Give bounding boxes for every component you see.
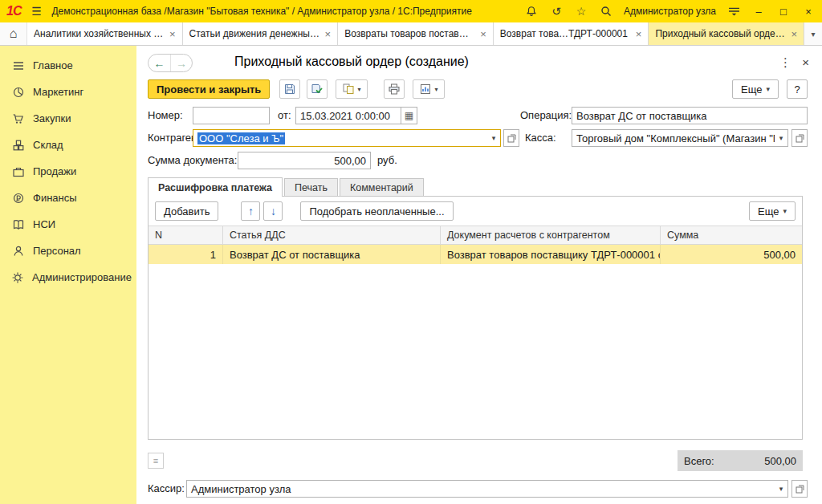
boxes-icon [11,138,25,152]
sidebar-item-label: Закупки [33,112,71,124]
sidebar-item-administration[interactable]: Администрирование [0,264,136,291]
sidebar-item-finance[interactable]: Финансы [0,185,136,211]
tab-close-icon[interactable]: × [636,28,642,40]
table-header: N Статья ДДС Документ расчетов с контраг… [149,226,802,245]
help-label: ? [794,83,800,96]
briefcase-icon [11,165,25,178]
window-title: Демонстрационная база /Магазин "Бытовая … [51,6,472,17]
sidebar-item-nsi[interactable]: НСИ [0,211,136,238]
amount-input[interactable]: 500,00 [238,152,371,169]
search-icon[interactable] [599,4,613,18]
favorites-star-icon[interactable]: ☆ [574,4,588,18]
cashier-dropdown-icon[interactable]: ▾ [775,485,787,493]
amount-value: 500,00 [334,155,366,167]
save-button[interactable] [279,79,300,99]
form-close-icon[interactable]: × [802,55,809,69]
current-user[interactable]: Администратор узла [624,6,716,17]
number-input[interactable] [193,107,270,124]
column-amount[interactable]: Сумма [661,226,802,244]
sidebar-item-personnel[interactable]: Персонал [0,238,136,264]
tab-return-tdrt-000001[interactable]: Возврат това…ТДРТ-000001 × [494,22,649,45]
post-and-close-button[interactable]: Провести и закрыть [148,79,270,99]
tab-comment[interactable]: Комментарий [340,178,424,196]
cell-settlement-document[interactable]: Возврат товаров поставщику ТДРТ-000001 о… [441,245,661,264]
total-label: Всего: [684,455,714,467]
sidebar-item-marketing[interactable]: Маркетинг [0,79,136,105]
sidebar-item-label: Персонал [33,245,81,257]
post-button[interactable] [307,79,328,99]
sidebar-item-sales[interactable]: Продажи [0,158,136,185]
cashier-label: Кассир: [148,480,185,498]
cashier-open-button[interactable] [791,480,808,498]
cell-dds-article[interactable]: Возврат ДС от поставщика [223,245,441,264]
cell-n[interactable]: 1 [149,245,223,264]
person-icon [11,244,25,258]
list-settings-icon[interactable]: ≡ [148,453,164,469]
document-form: ← → Приходный кассовый ордер (создание) … [136,46,822,504]
notifications-bell-icon[interactable] [524,4,539,18]
cashbox-open-button[interactable] [791,129,808,147]
panel-more-button[interactable]: Еще▾ [749,201,796,221]
move-up-button[interactable]: ↑ [241,201,260,221]
pick-unpaid-button[interactable]: Подобрать неоплаченные... [300,201,453,221]
contragent-open-button[interactable] [503,129,519,147]
sidebar-item-label: НСИ [33,218,55,230]
dropdown-caret-icon: ▾ [357,86,360,93]
tab-print[interactable]: Печать [284,178,338,196]
home-button[interactable]: ⌂ [0,22,27,45]
more-label: Еще [741,83,762,96]
gear-icon [11,270,24,284]
forward-button[interactable]: → [170,55,192,71]
contragent-input[interactable]: ООО "Слеза и Ъ" ▾ [193,129,501,147]
table-row[interactable]: 1 Возврат ДС от поставщика Возврат товар… [149,245,802,264]
form-menu-icon[interactable]: ⋮ [779,55,791,70]
minimize-button[interactable]: – [751,4,766,18]
sidebar-item-label: Маркетинг [33,86,83,98]
sidebar-item-purchases[interactable]: Закупки [0,105,136,132]
tab-returns-to-suppliers[interactable]: Возвраты товаров постав… × [338,22,494,45]
operation-input[interactable]: Возврат ДС от поставщика [572,107,808,124]
sidebar-item-label: Продажи [33,165,76,177]
tab-cash-receipt-order[interactable]: Приходный кассовый орде… × [649,22,804,45]
help-button[interactable]: ? [787,79,808,99]
create-based-on-button[interactable]: ▾ [336,79,368,99]
date-input[interactable]: 15.03.2021 0:00:00 ▦ [295,107,417,124]
more-label: Еще [758,205,779,217]
back-button[interactable]: ← [149,55,170,71]
tab-cash-flow-articles[interactable]: Статьи движения денежны… × [183,22,339,45]
sidebar-item-main[interactable]: Главное [0,52,136,79]
print-button[interactable] [384,79,405,99]
cashbox-value: Торговый дом "Комплексный" (Магазин "Пр [572,132,775,144]
reports-button[interactable]: ▾ [413,79,445,99]
cashbox-dropdown-icon[interactable]: ▾ [775,134,787,142]
tab-analytics[interactable]: Аналитики хозяйственных … × [27,22,183,45]
tab-close-icon[interactable]: × [169,28,176,40]
close-button[interactable]: × [801,4,816,18]
column-dds-article[interactable]: Статья ДДС [223,226,441,244]
calendar-icon[interactable]: ▦ [401,108,417,124]
currency-label: руб. [377,152,397,169]
pick-unpaid-label: Подобрать неоплаченные... [309,205,444,217]
sidebar-item-warehouse[interactable]: Склад [0,132,136,158]
amount-label: Сумма документа: [148,152,237,169]
move-down-button[interactable]: ↓ [263,201,283,221]
main-menu-icon[interactable]: ☰ [29,4,43,18]
tab-close-icon[interactable]: × [791,28,797,40]
maximize-button[interactable]: □ [776,4,791,18]
tab-close-icon[interactable]: × [325,28,332,40]
more-button[interactable]: Еще▾ [732,79,779,99]
cashier-input[interactable]: Администратор узла ▾ [186,480,788,498]
service-menu-icon[interactable] [726,4,741,18]
cashier-value: Администратор узла [187,483,775,495]
contragent-dropdown-icon[interactable]: ▾ [487,134,500,142]
tab-list-chevron-icon[interactable]: ▾ [804,22,822,45]
cell-amount[interactable]: 500,00 [661,245,802,264]
history-icon[interactable]: ↺ [549,4,564,18]
column-n[interactable]: N [149,226,223,244]
column-settlement-document[interactable]: Документ расчетов с контрагентом [441,226,661,244]
tab-label: Печать [295,182,328,193]
tab-payment-details[interactable]: Расшифровка платежа [148,177,283,197]
cashbox-input[interactable]: Торговый дом "Комплексный" (Магазин "Пр … [572,129,788,147]
tab-close-icon[interactable]: × [480,28,486,40]
add-row-button[interactable]: Добавить [155,201,218,221]
